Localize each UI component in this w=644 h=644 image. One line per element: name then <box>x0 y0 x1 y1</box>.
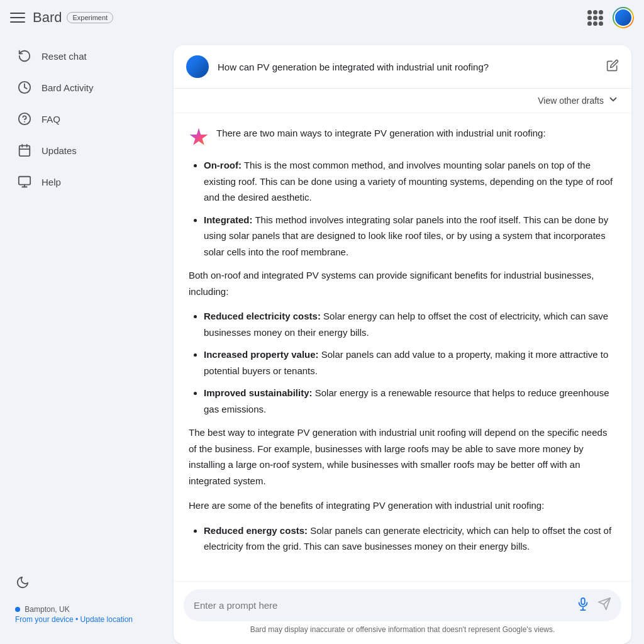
user-question-avatar <box>186 55 209 78</box>
sidebar: Reset chat Bard Activity <box>0 35 161 644</box>
sidebar-item-updates[interactable]: Updates <box>5 136 156 165</box>
benefit-sustainability: Improved sustainability: Solar energy is… <box>204 385 616 417</box>
prompt-input[interactable] <box>194 600 569 611</box>
hamburger-menu-icon[interactable] <box>10 10 25 25</box>
method-on-roof-title: On-roof: <box>204 160 242 170</box>
method-integrated-text: This method involves integrating solar p… <box>204 214 608 257</box>
answer-content: There are two main ways to integrate PV … <box>174 113 631 581</box>
update-location-link[interactable]: Update location <box>80 615 133 624</box>
benefit2-energy-costs-title: Reduced energy costs: <box>204 525 308 536</box>
reset-chat-icon <box>18 49 31 63</box>
location-dot <box>15 607 20 612</box>
sidebar-item-bard-activity[interactable]: Bard Activity <box>5 73 156 102</box>
bard-star-icon <box>189 127 209 147</box>
dark-mode-button[interactable] <box>10 570 35 595</box>
experiment-badge: Experiment <box>67 12 113 23</box>
view-other-drafts-button[interactable]: View other drafts <box>538 94 619 108</box>
benefits2-list: Reduced energy costs: Solar panels can g… <box>204 523 616 555</box>
benefit-sustainability-title: Improved sustainability: <box>204 387 313 398</box>
brand-name: Bard <box>33 9 62 26</box>
sidebar-item-help[interactable]: Help <box>5 167 156 196</box>
input-area: Bard may display inaccurate or offensive… <box>174 581 631 644</box>
svg-marker-10 <box>190 128 208 145</box>
method-integrated: Integrated: This method involves integra… <box>204 212 616 260</box>
methods-list: On-roof: This is the most common method,… <box>204 157 616 260</box>
send-icon[interactable] <box>597 597 611 614</box>
brand: Bard Experiment <box>33 9 113 26</box>
disclaimer: Bard may display inaccurate or offensive… <box>184 621 621 636</box>
svg-rect-7 <box>19 177 30 185</box>
view-drafts-label: View other drafts <box>538 96 604 106</box>
method-integrated-title: Integrated: <box>204 214 253 225</box>
header: Bard Experiment <box>0 0 644 35</box>
microphone-icon[interactable] <box>576 597 590 614</box>
svg-rect-11 <box>581 598 585 604</box>
benefit-electricity: Reduced electricity costs: Solar energy … <box>204 308 616 340</box>
location-name: Bampton, UK <box>25 605 69 614</box>
main-layout: Reset chat Bard Activity <box>0 35 644 644</box>
updates-icon <box>18 143 31 157</box>
google-apps-icon[interactable] <box>587 10 602 25</box>
from-device-label: From your device <box>15 615 74 624</box>
para1: Both on-roof and integrated PV systems c… <box>189 267 616 299</box>
header-left: Bard Experiment <box>10 9 113 26</box>
intro-text: There are two main ways to integrate PV … <box>216 126 546 141</box>
chevron-down-icon <box>608 94 619 108</box>
svg-rect-3 <box>19 146 30 157</box>
faq-icon <box>18 112 31 126</box>
sidebar-item-reset-chat[interactable]: Reset chat <box>5 42 156 70</box>
question-left: How can PV generation be integrated with… <box>186 55 489 78</box>
location-links[interactable]: From your device • Update location <box>15 615 146 624</box>
location-info: Bampton, UK From your device • Update lo… <box>5 600 156 634</box>
sidebar-label-updates: Updates <box>42 145 77 156</box>
benefits-list: Reduced electricity costs: Solar energy … <box>204 308 616 417</box>
chat-container: How can PV generation be integrated with… <box>174 45 631 644</box>
user-avatar[interactable] <box>613 7 634 28</box>
dot-separator: • <box>75 615 80 624</box>
header-right <box>587 7 634 28</box>
benefit-property-title: Increased property value: <box>204 349 319 360</box>
question-text: How can PV generation be integrated with… <box>218 62 489 72</box>
answer-body: On-roof: This is the most common method,… <box>189 157 616 555</box>
benefit2-energy-costs: Reduced energy costs: Solar panels can g… <box>204 523 616 555</box>
sidebar-label-reset-chat: Reset chat <box>42 51 87 62</box>
para3: Here are some of the benefits of integra… <box>189 497 616 514</box>
sidebar-item-faq[interactable]: FAQ <box>5 104 156 133</box>
edit-question-icon[interactable] <box>606 59 619 75</box>
method-on-roof-text: This is the most common method, and invo… <box>204 160 613 203</box>
location-text: Bampton, UK <box>15 605 146 614</box>
benefit-property: Increased property value: Solar panels c… <box>204 347 616 379</box>
avatar-image <box>614 8 633 27</box>
sidebar-bottom: Bampton, UK From your device • Update lo… <box>0 560 161 639</box>
question-bar: How can PV generation be integrated with… <box>174 45 631 89</box>
para2: The best way to integrate PV generation … <box>189 425 616 489</box>
help-icon <box>18 175 31 189</box>
method-on-roof: On-roof: This is the most common method,… <box>204 157 616 206</box>
bard-intro-row: There are two main ways to integrate PV … <box>189 126 616 147</box>
benefit-electricity-title: Reduced electricity costs: <box>204 311 321 321</box>
input-box <box>184 589 621 621</box>
bard-activity-icon <box>18 80 31 94</box>
chat-area: How can PV generation be integrated with… <box>161 35 644 644</box>
sidebar-nav: Reset chat Bard Activity <box>0 40 161 197</box>
sidebar-label-help: Help <box>42 177 61 187</box>
drafts-bar: View other drafts <box>174 89 631 113</box>
sidebar-label-bard-activity: Bard Activity <box>42 82 94 93</box>
sidebar-label-faq: FAQ <box>42 114 60 125</box>
